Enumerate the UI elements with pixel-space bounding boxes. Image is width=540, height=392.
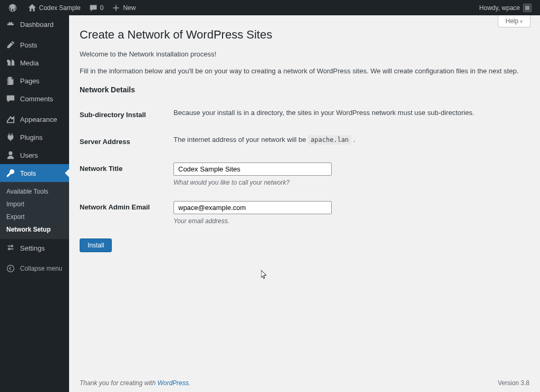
pages-icon bbox=[5, 75, 16, 86]
media-icon bbox=[5, 58, 16, 68]
submenu-available-tools[interactable]: Available Tools bbox=[0, 185, 69, 198]
sidebar-item-tools[interactable]: Tools bbox=[0, 164, 69, 182]
sidebar-item-label: Plugins bbox=[20, 133, 43, 141]
sidebar-item-label: Comments bbox=[20, 95, 53, 103]
sidebar-item-label: Appearance bbox=[20, 116, 57, 123]
new-label: New bbox=[123, 4, 136, 12]
tools-icon bbox=[5, 168, 16, 178]
avatar bbox=[523, 4, 532, 12]
sidebar-item-label: Pages bbox=[20, 77, 40, 85]
comments-link[interactable]: 0 bbox=[85, 0, 108, 15]
cursor-icon bbox=[261, 270, 267, 280]
submenu-import[interactable]: Import bbox=[0, 198, 69, 211]
row-email-label: Network Admin Email bbox=[80, 194, 173, 232]
footer-version: Version 3.8 bbox=[498, 379, 529, 387]
collapse-label: Collapse menu bbox=[20, 265, 62, 272]
row-subdir-label: Sub-directory Install bbox=[80, 101, 173, 128]
sidebar-item-plugins[interactable]: Plugins bbox=[0, 128, 69, 146]
users-icon bbox=[5, 150, 16, 160]
content-area: Help Create a Network of WordPress Sites… bbox=[69, 15, 540, 392]
intro-text-1: Welcome to the Network installation proc… bbox=[80, 49, 529, 60]
server-text-pre: The internet address of your network wil… bbox=[173, 136, 308, 144]
sidebar-item-label: Settings bbox=[20, 244, 45, 252]
settings-icon bbox=[5, 243, 16, 253]
row-server-value: The internet address of your network wil… bbox=[173, 128, 529, 155]
sidebar-item-pages[interactable]: Pages bbox=[0, 72, 69, 90]
comment-icon bbox=[89, 4, 98, 12]
network-details-table: Sub-directory Install Because your insta… bbox=[80, 101, 529, 232]
network-title-desc: What would you like to call your network… bbox=[173, 179, 524, 186]
row-title-label: Network Title bbox=[80, 155, 173, 194]
comment-count: 0 bbox=[100, 4, 104, 12]
sidebar-item-label: Users bbox=[20, 151, 38, 159]
sidebar-item-settings[interactable]: Settings bbox=[0, 239, 69, 257]
appearance-icon bbox=[5, 114, 16, 125]
comments-icon bbox=[5, 93, 16, 104]
install-button[interactable]: Install bbox=[80, 238, 112, 252]
wp-logo[interactable] bbox=[4, 0, 24, 15]
wordpress-icon bbox=[8, 4, 17, 12]
sidebar-item-appearance[interactable]: Appearance bbox=[0, 110, 69, 128]
row-subdir-value: Because your install is in a directory, … bbox=[173, 101, 529, 128]
sidebar-item-label: Posts bbox=[20, 41, 37, 49]
footer-thanks: Thank you for creating with WordPress. bbox=[80, 379, 190, 387]
sidebar-item-label: Dashboard bbox=[20, 21, 54, 28]
intro-text-2: Fill in the information below and you'll… bbox=[80, 66, 529, 77]
help-tab[interactable]: Help bbox=[498, 15, 531, 27]
sidebar-item-label: Tools bbox=[20, 169, 36, 177]
section-heading: Network Details bbox=[80, 85, 529, 94]
posts-icon bbox=[5, 40, 16, 50]
footer-thanks-pre: Thank you for creating with bbox=[80, 379, 157, 387]
admin-bar: Codex Sample 0 New Howdy, wpace bbox=[0, 0, 540, 15]
sidebar-item-media[interactable]: Media bbox=[0, 54, 69, 72]
howdy-text: Howdy, wpace bbox=[479, 4, 520, 12]
sidebar-item-label: Media bbox=[20, 59, 38, 67]
submenu-network-setup[interactable]: Network Setup bbox=[0, 223, 69, 236]
new-content-link[interactable]: New bbox=[108, 0, 140, 15]
network-email-input[interactable] bbox=[173, 201, 332, 214]
network-email-desc: Your email address. bbox=[173, 217, 524, 225]
site-name-link[interactable]: Codex Sample bbox=[24, 0, 85, 15]
collapse-menu[interactable]: Collapse menu bbox=[0, 259, 69, 278]
plugins-icon bbox=[5, 132, 16, 142]
sidebar-item-comments[interactable]: Comments bbox=[0, 90, 69, 108]
footer-wp-link[interactable]: WordPress bbox=[157, 379, 188, 387]
svg-point-0 bbox=[7, 265, 14, 272]
site-name: Codex Sample bbox=[39, 4, 81, 12]
page-title: Create a Network of WordPress Sites bbox=[80, 23, 529, 49]
sidebar-item-posts[interactable]: Posts bbox=[0, 36, 69, 54]
submenu-export[interactable]: Export bbox=[0, 211, 69, 223]
tools-submenu: Available Tools Import Export Network Se… bbox=[0, 182, 69, 239]
server-text-post: . bbox=[351, 136, 355, 144]
footer-thanks-post: . bbox=[189, 379, 190, 387]
home-icon bbox=[28, 4, 36, 12]
plus-icon bbox=[112, 4, 120, 12]
row-server-label: Server Address bbox=[80, 128, 173, 155]
network-title-input[interactable] bbox=[173, 162, 332, 176]
account-menu[interactable]: Howdy, wpace bbox=[475, 0, 536, 15]
sidebar-item-dashboard[interactable]: Dashboard bbox=[0, 15, 69, 33]
sidebar-item-users[interactable]: Users bbox=[0, 146, 69, 164]
dashboard-icon bbox=[5, 19, 16, 30]
server-code: apache.lan bbox=[308, 135, 351, 145]
footer: Thank you for creating with WordPress. V… bbox=[69, 374, 540, 392]
collapse-icon bbox=[5, 263, 16, 274]
admin-sidebar: Dashboard Posts Media Pages Comments App… bbox=[0, 15, 69, 392]
